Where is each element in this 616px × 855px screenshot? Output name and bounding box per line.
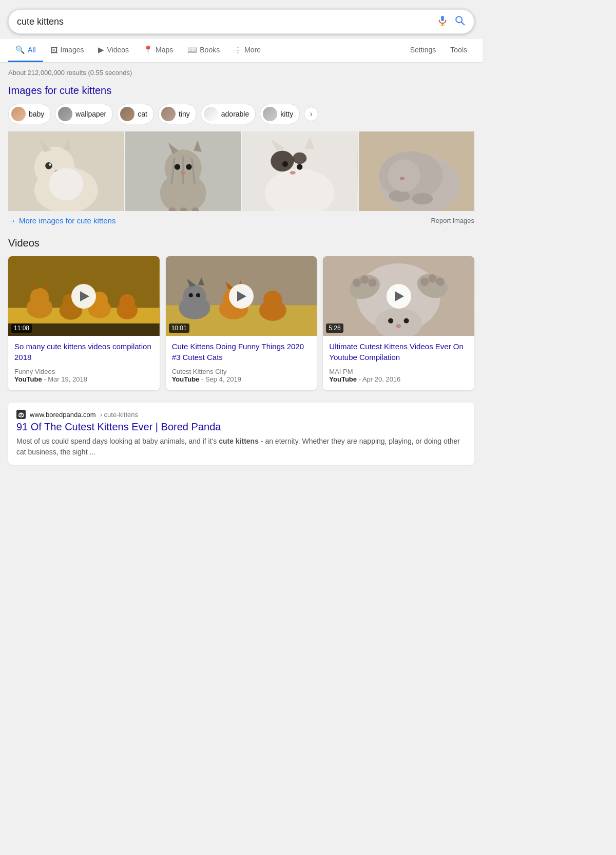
chip-thumb-adorable [204,107,218,121]
video-card-2[interactable]: 10:01 Cute Kittens Doing Funny Things 20… [166,256,317,390]
report-images-button[interactable]: Report images [431,217,474,224]
image-cell-2[interactable] [125,131,241,211]
video-source-1: Funny Videos YouTube - Mar 19, 2018 [14,368,153,383]
search-input[interactable] [17,16,437,27]
videos-section: Videos [8,237,474,390]
chip-tiny[interactable]: tiny [158,104,197,124]
image-grid [8,131,474,211]
video-duration-1: 11:08 [11,324,32,333]
svg-point-11 [49,163,51,166]
svg-point-43 [412,193,433,205]
image-cell-4[interactable] [359,131,475,211]
video-source-3: MAI PM YouTube - Apr 20, 2016 [329,368,468,383]
image-cell-1[interactable] [8,131,124,211]
tab-videos[interactable]: ▶ Videos [91,39,136,62]
chip-cat[interactable]: cat [117,104,154,124]
chip-tiny-label: tiny [179,110,190,118]
chip-baby-label: baby [29,110,44,118]
chip-baby[interactable]: baby [8,104,51,124]
svg-point-66 [183,285,206,308]
video-platform-1: YouTube [14,375,42,383]
play-triangle-3 [395,291,404,301]
video-card-1[interactable]: 11:08 So many cute kittens videos compil… [8,256,160,390]
play-triangle-2 [237,291,246,301]
tab-settings[interactable]: Settings [403,40,444,62]
tab-all[interactable]: 🔍 All [8,39,43,62]
images-section-title: Images for cute kittens [8,85,474,97]
tools-label: Tools [450,46,467,54]
svg-point-57 [119,294,134,310]
video-channel-2: Cutest Kittens City [172,368,227,375]
video-duration-2: 10:01 [169,324,189,333]
video-info-2: Cute Kittens Doing Funny Things 2020 #3 … [166,336,317,390]
web-result-title[interactable]: 91 Of The Cutest Kittens Ever | Bored Pa… [16,421,466,433]
chip-kitty[interactable]: kitty [260,104,300,124]
svg-point-88 [388,318,393,324]
site-icon-boredpanda: 🐼 [16,410,26,419]
video-title-2[interactable]: Cute Kittens Doing Funny Things 2020 #3 … [172,341,311,363]
chips-next-button[interactable]: › [304,107,318,121]
settings-label: Settings [410,46,436,54]
play-button-1[interactable] [71,284,96,309]
web-result-snippet: Most of us could spend days looking at b… [16,436,466,458]
video-thumb-3: 5:26 [323,256,474,336]
play-button-2[interactable] [229,284,254,309]
video-duration-3: 5:26 [326,324,343,333]
tab-all-label: All [28,46,36,54]
chip-thumb-cat [120,107,134,121]
tab-maps[interactable]: 📍 Maps [136,39,180,62]
search-icon[interactable] [454,15,466,28]
svg-point-42 [389,190,410,202]
svg-point-24 [186,164,191,169]
search-bar-container [0,0,483,34]
chip-adorable[interactable]: adorable [201,104,256,124]
play-button-3[interactable] [387,284,411,309]
svg-point-32 [271,150,294,172]
tab-images[interactable]: 🖼 Images [43,40,91,62]
videos-icon: ▶ [98,45,104,54]
video-info-3: Ultimate Cutest Kittens Videos Ever On Y… [323,336,474,390]
video-source-2: Cutest Kittens City YouTube - Sep 4, 201… [172,368,311,383]
more-images-link[interactable]: → More images for cute kittens [8,216,116,225]
svg-point-70 [263,291,282,310]
image-chips: baby wallpaper cat tiny adorable kitty [8,104,474,124]
video-platform-3: YouTube [329,375,357,383]
tab-maps-label: Maps [156,46,173,54]
chip-wallpaper[interactable]: wallpaper [55,104,113,124]
svg-point-47 [400,177,405,180]
books-icon: 📖 [187,45,197,54]
svg-point-37 [297,164,302,169]
tab-more-label: More [244,46,261,54]
video-channel-1: Funny Videos [14,368,55,375]
video-card-3[interactable]: 5:26 Ultimate Cutest Kittens Videos Ever… [323,256,474,390]
svg-point-36 [282,161,288,167]
tab-tools[interactable]: Tools [443,40,474,62]
svg-point-81 [353,278,361,287]
search-bar [8,9,474,34]
video-title-3[interactable]: Ultimate Cutest Kittens Videos Ever On Y… [329,341,468,363]
video-sep-3: - [359,375,362,383]
tab-books[interactable]: 📖 Books [180,39,227,62]
tab-more[interactable]: ⋮ More [227,39,268,62]
video-sep-2: - [201,375,205,383]
more-images-row: → More images for cute kittens Report im… [8,216,474,225]
tab-videos-label: Videos [107,46,129,54]
svg-point-86 [436,277,445,286]
web-result-boredpanda: 🐼 www.boredpanda.com › cute-kittens 91 O… [8,403,474,465]
svg-point-90 [396,324,401,328]
main-content: About 212,000,000 results (0.55 seconds)… [0,63,483,471]
more-dots-icon: ⋮ [234,45,242,54]
chip-thumb-tiny [161,107,176,121]
video-info-1: So many cute kittens videos compilation … [8,336,160,390]
svg-point-75 [188,293,192,297]
web-result-domain: www.boredpanda.com [30,411,96,419]
video-thumb-1: 11:08 [8,256,160,336]
chip-cat-label: cat [138,110,147,118]
all-icon: 🔍 [15,45,25,54]
svg-point-25 [181,171,185,175]
svg-point-44 [388,159,420,192]
microphone-icon[interactable] [437,15,448,28]
image-cell-3[interactable] [242,131,358,211]
svg-point-83 [369,278,377,287]
video-title-1[interactable]: So many cute kittens videos compilation … [14,341,153,363]
